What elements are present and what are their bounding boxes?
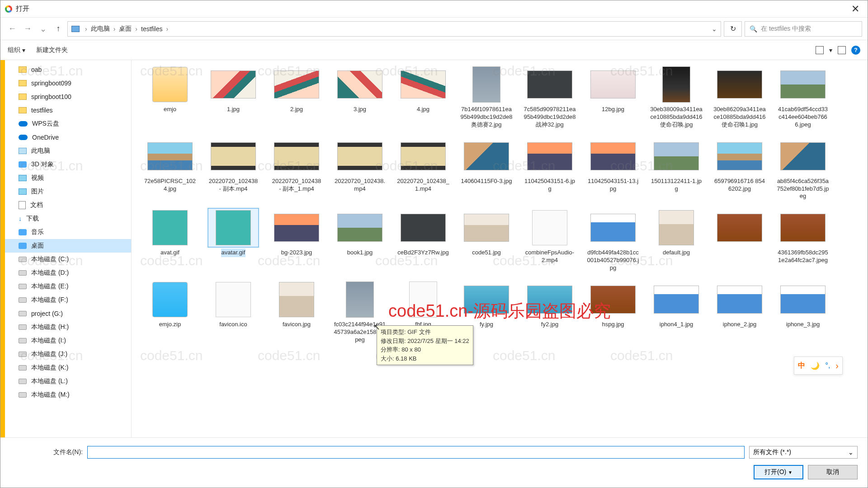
file-tile[interactable]: iphon4_1.jpg [649, 281, 704, 344]
sidebar-item[interactable]: 桌面 [5, 239, 131, 253]
back-button[interactable]: ← [6, 23, 19, 35]
sidebar-item[interactable]: 本地磁盘 (E:) [5, 280, 131, 293]
file-tile[interactable]: 110425043151-6.jpg [522, 137, 577, 201]
sidebar-item[interactable]: 文档 [5, 198, 131, 212]
file-tile[interactable]: 2.jpg [269, 66, 324, 129]
sidebar-item[interactable]: oab [5, 63, 131, 76]
file-tile[interactable]: iphone_3.jpg [775, 281, 830, 344]
sidebar-item[interactable]: project (G:) [5, 307, 131, 320]
tooltip: 项目类型: GIF 文件 修改日期: 2022/7/25 星期一 14:22 分… [377, 325, 473, 365]
sidebar-item[interactable]: WPS云盘 [5, 117, 131, 131]
sidebar-item[interactable]: 本地磁盘 (L:) [5, 375, 131, 388]
file-tile[interactable]: 4361369fb58dc2951e2a64fc2ac7.jpeg [775, 209, 830, 272]
nav-dropdown[interactable]: ⌄ [37, 23, 49, 35]
file-tile[interactable]: 41cab69df54ccd33c414ee604beb7666.jpeg [775, 66, 830, 129]
chrome-icon [5, 5, 12, 13]
pc-icon [71, 26, 80, 32]
file-tile[interactable]: emjo [142, 66, 198, 129]
sidebar-item[interactable]: 3D 对象 [5, 158, 131, 171]
file-tile[interactable]: 30eb38009a3411eace10885bda9dd416使命召唤.jpg [649, 66, 704, 129]
file-tile[interactable]: iphone_2.jpg [712, 281, 767, 344]
file-tile[interactable]: code51.jpg [459, 209, 514, 272]
file-tile[interactable]: favicon.ico [206, 281, 261, 344]
ime-bar[interactable]: 中 🌙 °, › [794, 357, 843, 375]
crumb-pc[interactable]: 此电脑 [91, 25, 110, 33]
file-tile[interactable]: 30eb86209a3411eace10885bda9dd416使命召唤1.jp… [712, 66, 767, 129]
sidebar-item[interactable]: 音乐 [5, 225, 131, 239]
sidebar-item[interactable]: 本地磁盘 (D:) [5, 266, 131, 280]
file-tile[interactable]: 7b146f10978611ea95b499dbc19d2de8奥德赛2.jpg [459, 66, 514, 129]
sidebar: oabspringboot099springboot100testfilesWP… [0, 60, 132, 437]
sidebar-item[interactable]: 本地磁盘 (J:) [5, 347, 131, 361]
file-tile[interactable]: 72e58PICRSC_1024.jpg [142, 137, 198, 201]
sidebar-item[interactable]: OneDrive [5, 131, 131, 144]
cancel-button[interactable]: 取消 [808, 465, 858, 479]
view-details-button[interactable] [838, 46, 846, 54]
file-tile[interactable]: emjo.zip [142, 281, 198, 344]
file-tile[interactable]: 4.jpg [396, 66, 451, 129]
close-button[interactable]: ✕ [844, 1, 867, 17]
file-tile[interactable]: 20220720_102438_1.mp4 [396, 137, 451, 201]
organize-button[interactable]: 组织 ▾ [8, 46, 25, 54]
sidebar-item[interactable]: 本地磁盘 (F:) [5, 293, 131, 307]
sidebar-item[interactable]: 视频 [5, 171, 131, 185]
breadcrumb[interactable]: › 此电脑 › 桌面 › testfiles › ⌄ [67, 21, 721, 37]
file-tile[interactable]: 1.jpg [206, 66, 261, 129]
file-area[interactable]: emjo1.jpg2.jpg3.jpg4.jpg7b146f10978611ea… [132, 60, 868, 437]
sidebar-item[interactable]: 本地磁盘 (M:) [5, 388, 131, 402]
sidebar-item[interactable]: springboot100 [5, 90, 131, 103]
crumb-folder[interactable]: testfiles [141, 25, 162, 33]
moon-icon[interactable]: 🌙 [811, 361, 820, 370]
up-button[interactable]: ↑ [52, 23, 65, 35]
forward-button[interactable]: → [21, 23, 34, 35]
search-icon: 🔍 [750, 25, 757, 33]
crumb-desktop[interactable]: 桌面 [119, 25, 132, 33]
file-tile[interactable]: 20220720_102438 - 副本.mp4 [206, 137, 261, 201]
sidebar-item[interactable]: springboot099 [5, 76, 131, 90]
file-tile[interactable]: hspg.jpg [585, 281, 641, 344]
file-tile[interactable]: d9fcb449fa428b1cc001b40527b99076.jpg [585, 209, 641, 272]
filetype-select[interactable]: 所有文件 (*.*)⌄ [749, 446, 858, 459]
file-tile[interactable]: fy2.jpg [522, 281, 577, 344]
file-tile[interactable]: ab85f4c6ca526f35a752ef80b1feb7d5.jpeg [775, 137, 830, 201]
file-tile[interactable]: 150113122411-1.jpg [649, 137, 704, 201]
file-tile[interactable]: 3.jpg [332, 66, 387, 129]
sidebar-item[interactable]: 本地磁盘 (H:) [5, 320, 131, 334]
file-tile[interactable]: 659796916716 8546202.jpg [712, 137, 767, 201]
file-tile[interactable]: combineFpsAudio-2.mp4 [522, 209, 577, 272]
file-tile[interactable]: favicon.jpg [269, 281, 324, 344]
file-tile[interactable]: 20220720_102438.mp4 [332, 137, 387, 201]
sidebar-item[interactable]: 此电脑 [5, 144, 131, 158]
file-tile[interactable]: 140604115F0-3.jpg [459, 137, 514, 201]
sidebar-item[interactable]: testfiles [5, 103, 131, 117]
filename-input[interactable] [87, 446, 745, 459]
bottom-bar: 文件名(N): 所有文件 (*.*)⌄ 打开(O) ▼ 取消 [0, 437, 868, 488]
file-tile[interactable]: ceBd2F3Yz7Rw.jpg [396, 209, 451, 272]
file-tile[interactable]: 12bg.jpg [585, 66, 641, 129]
ime-arrow-icon[interactable]: › [835, 361, 839, 371]
view-icons-button[interactable] [816, 46, 824, 54]
file-tile[interactable]: bg-2023.jpg [269, 209, 324, 272]
help-button[interactable]: ? [851, 46, 860, 55]
sidebar-item[interactable]: 本地磁盘 (I:) [5, 334, 131, 347]
file-tile[interactable]: avatar.gif [206, 209, 261, 272]
sidebar-item[interactable]: 本地磁盘 (C:) [5, 253, 131, 266]
refresh-button[interactable]: ↻ [724, 21, 742, 37]
file-tile[interactable]: default.jpg [649, 209, 704, 272]
file-tile[interactable]: book1.jpg [332, 209, 387, 272]
filename-label: 文件名(N): [47, 448, 83, 456]
file-tile[interactable]: 7c585d90978211ea95b499dbc19d2de8战神32.jpg [522, 66, 577, 129]
search-input[interactable]: 🔍 在 testfiles 中搜索 [745, 21, 862, 37]
file-tile[interactable]: avat.gif [142, 209, 198, 272]
sidebar-item[interactable]: 本地磁盘 (K:) [5, 361, 131, 375]
sidebar-item[interactable]: ↓下载 [5, 212, 131, 225]
file-tile[interactable]: 20220720_102438 - 副本_1.mp4 [269, 137, 324, 201]
ime-punct-icon[interactable]: °, [825, 361, 830, 370]
new-folder-button[interactable]: 新建文件夹 [36, 46, 68, 54]
file-tile[interactable] [712, 209, 767, 272]
file-tile[interactable]: 110425043151-13.jpg [585, 137, 641, 201]
sidebar-item[interactable]: 图片 [5, 185, 131, 198]
ime-lang[interactable]: 中 [798, 361, 805, 371]
chevron-down-icon[interactable]: ⌄ [712, 25, 717, 33]
open-button[interactable]: 打开(O) ▼ [754, 465, 803, 479]
